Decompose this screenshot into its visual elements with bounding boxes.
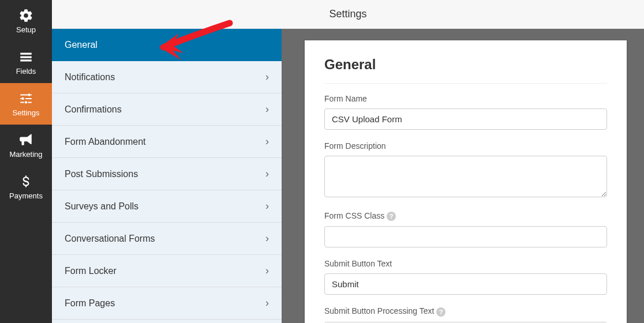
settings-item-surveys-polls[interactable]: Surveys and Polls › xyxy=(52,190,282,223)
settings-item-label: Notifications xyxy=(65,72,115,82)
form-name-label: Form Name xyxy=(324,94,607,103)
settings-item-form-pages[interactable]: Form Pages › xyxy=(52,287,282,320)
nav-label: Settings xyxy=(13,108,40,117)
form-name-input[interactable] xyxy=(324,108,607,130)
nav-fields[interactable]: Fields xyxy=(0,42,52,83)
list-icon xyxy=(18,50,33,65)
chevron-right-icon: › xyxy=(265,200,269,212)
sliders-icon xyxy=(18,91,33,106)
help-icon[interactable]: ? xyxy=(387,212,396,221)
settings-item-label: Form Abandonment xyxy=(65,137,146,147)
nav-label: Setup xyxy=(16,25,36,34)
settings-item-notifications[interactable]: Notifications › xyxy=(52,61,282,93)
nav-payments[interactable]: Payments xyxy=(0,166,52,208)
settings-item-label: Surveys and Polls xyxy=(65,201,138,212)
chevron-right-icon: › xyxy=(265,297,269,309)
nav-label: Payments xyxy=(9,191,43,200)
settings-item-label: Form Locker xyxy=(65,266,117,276)
nav-setup[interactable]: Setup xyxy=(0,0,52,42)
chevron-right-icon: › xyxy=(265,103,269,115)
settings-item-label: Confirmations xyxy=(65,104,122,115)
settings-item-form-locker[interactable]: Form Locker › xyxy=(52,255,282,287)
form-css-class-input[interactable] xyxy=(324,226,607,247)
bullhorn-icon xyxy=(18,133,33,148)
form-css-class-label: Form CSS Class? xyxy=(324,211,607,221)
page-title: Settings xyxy=(329,8,366,20)
settings-item-general[interactable]: General xyxy=(52,29,282,61)
settings-item-form-abandonment[interactable]: Form Abandonment › xyxy=(52,126,282,158)
chevron-right-icon: › xyxy=(265,71,269,83)
settings-item-label: Form Pages xyxy=(65,298,115,309)
chevron-right-icon: › xyxy=(265,136,269,148)
settings-item-post-submissions[interactable]: Post Submissions › xyxy=(52,158,282,190)
nav-marketing[interactable]: Marketing xyxy=(0,125,52,166)
submit-button-processing-label: Submit Button Processing Text? xyxy=(324,306,607,316)
submit-button-text-input[interactable] xyxy=(324,273,607,295)
nav-label: Marketing xyxy=(9,150,42,159)
gear-icon xyxy=(18,8,33,23)
settings-sidebar: General Notifications › Confirmations › … xyxy=(52,0,282,323)
settings-item-label: Conversational Forms xyxy=(65,234,155,244)
settings-item-confirmations[interactable]: Confirmations › xyxy=(52,93,282,126)
settings-item-label: Post Submissions xyxy=(65,169,138,179)
sidebar-nav: Setup Fields Settings Marketing Payments xyxy=(0,0,52,323)
settings-item-conversational-forms[interactable]: Conversational Forms › xyxy=(52,223,282,255)
content-card: General Form Name Form Description Form … xyxy=(305,40,627,323)
submit-button-text-label: Submit Button Text xyxy=(324,259,607,268)
settings-item-label: General xyxy=(65,40,98,50)
form-description-label: Form Description xyxy=(324,141,607,151)
nav-label: Fields xyxy=(16,67,36,76)
chevron-right-icon: › xyxy=(265,265,269,277)
panel-heading: General xyxy=(324,57,607,84)
nav-settings[interactable]: Settings xyxy=(0,83,52,125)
main-panel: General Form Name Form Description Form … xyxy=(282,0,644,323)
page-header: Settings xyxy=(52,0,644,29)
help-icon[interactable]: ? xyxy=(436,307,445,317)
chevron-right-icon: › xyxy=(265,168,269,180)
chevron-right-icon: › xyxy=(265,232,269,245)
form-description-input[interactable] xyxy=(324,156,607,197)
dollar-icon xyxy=(18,174,33,189)
